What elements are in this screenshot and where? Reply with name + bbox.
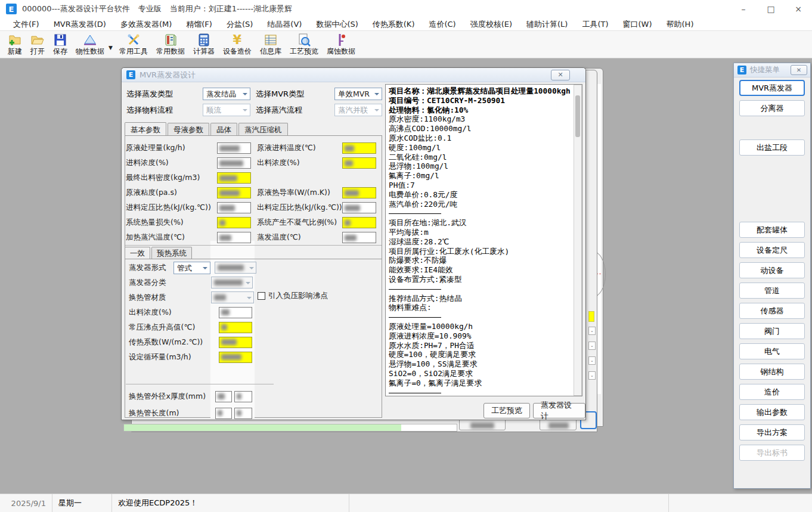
effect-tab[interactable]: 一效 (125, 247, 150, 259)
param-input[interactable] (217, 202, 251, 213)
evaporator-class-select[interactable] (211, 277, 253, 288)
param-input[interactable] (342, 187, 376, 198)
info-line: PH值:7 (389, 181, 581, 190)
circulation-input[interactable] (219, 352, 252, 363)
open-folder-icon (30, 33, 45, 47)
param-input[interactable] (342, 157, 376, 169)
dialog-title-bar[interactable]: E MVR蒸发器设计 ✕ (122, 68, 585, 82)
param-label: 原液处理量(kg/h) (126, 143, 217, 153)
param-input[interactable] (342, 142, 376, 154)
quick-menu-title-bar[interactable]: E 快捷菜单 ✕ (734, 63, 810, 77)
dialog-tab[interactable]: 晶体 (210, 123, 237, 136)
menu-item[interactable]: MVR蒸发器(D) (47, 19, 113, 30)
menu-item[interactable]: 数据中心(S) (309, 19, 365, 30)
effect-tab[interactable]: 预热系统 (151, 247, 192, 259)
equipment-cost-button[interactable]: ¥ 设备造价 (219, 32, 256, 58)
param-input[interactable] (217, 157, 251, 169)
evaporator-subform-select[interactable] (215, 262, 256, 274)
menu-item[interactable]: 文件(F) (6, 19, 47, 30)
param-input[interactable] (342, 232, 376, 243)
quick-menu-button[interactable]: 出盐工段 (739, 139, 805, 156)
quick-menu-button[interactable]: 动设备 (739, 262, 805, 278)
common-tools-button[interactable]: 常用工具 (115, 32, 152, 58)
dialog-tab[interactable]: 基本参数 (125, 122, 166, 136)
common-data-button[interactable]: 常用数据 (152, 32, 189, 58)
param-input[interactable] (342, 217, 376, 228)
evaporator-design-button[interactable]: 蒸发器设计 (533, 403, 585, 418)
save-button[interactable]: 保存 (49, 32, 72, 58)
mvr-type-select[interactable]: 单效MVR (334, 88, 382, 100)
toolbar-label: 工艺预览 (290, 47, 318, 56)
menu-item[interactable]: 辅助计算(L) (519, 19, 575, 30)
htc-input[interactable] (219, 337, 252, 348)
param-row: 进料定压比热(kJ/(kg.℃)) (126, 200, 251, 215)
dialog-tab[interactable]: 蒸汽压缩机 (238, 123, 288, 136)
tube-length-input-2[interactable] (234, 408, 252, 419)
info-line (389, 312, 581, 322)
info-line: 悬浮物=100，SS满足要求 (389, 359, 581, 369)
info-line: 原水COD盐比:0.1 (389, 134, 581, 143)
quick-menu-button[interactable]: 传感器 (739, 303, 805, 319)
corrosion-data-button[interactable]: 腐蚀数据 (323, 32, 359, 58)
menu-item[interactable]: 精馏(F) (179, 19, 219, 30)
checkbox-icon[interactable] (258, 292, 265, 300)
quick-menu-button[interactable]: 造价 (739, 384, 805, 400)
menu-item[interactable]: 传热系数(K) (365, 19, 422, 30)
calculator-button[interactable]: 计算器 (189, 32, 219, 58)
quick-menu-button[interactable]: 电气 (739, 343, 805, 359)
param-input[interactable] (342, 202, 376, 213)
quick-menu-button[interactable]: 分离器 (739, 100, 805, 116)
outlet-conc-input[interactable] (219, 307, 252, 318)
project-info-panel[interactable]: 项目名称：湖北康景辉蒸发结晶项目处理量10000kgh项目编号：CET10CRY… (385, 84, 582, 396)
tube-length-input-1[interactable] (215, 408, 232, 419)
param-input[interactable] (217, 187, 251, 198)
property-data-dropdown-icon[interactable]: ▼ (109, 45, 113, 51)
info-library-button[interactable]: 信息库 (256, 32, 286, 58)
material-flow-select[interactable]: 顺流 (203, 104, 250, 116)
quick-menu-button[interactable]: 设备定尺 (739, 242, 805, 258)
property-data-button[interactable]: 物性数据 (72, 32, 109, 58)
quick-menu-button[interactable]: MVR蒸发器 (739, 80, 805, 96)
param-label: 进料定压比热(kJ/(kg.℃)) (126, 203, 217, 213)
quick-menu-button[interactable]: 导出标书 (739, 445, 805, 461)
param-input[interactable] (217, 232, 251, 243)
scrollbar-thumb[interactable] (575, 95, 580, 137)
quick-menu-close-button[interactable]: ✕ (791, 65, 807, 75)
quick-menu-button[interactable]: 输出参数 (739, 404, 805, 420)
open-button[interactable]: 打开 (26, 32, 49, 58)
toolbar-label: 信息库 (260, 47, 281, 56)
dialog-tab[interactable]: 母液参数 (168, 123, 209, 136)
param-input[interactable] (217, 172, 251, 184)
info-scrollbar[interactable] (574, 85, 582, 396)
process-preview-button[interactable]: 工艺预览 (286, 32, 323, 58)
menu-item[interactable]: 造价(C) (422, 19, 463, 30)
bpe-input[interactable] (219, 322, 252, 333)
quick-menu-button[interactable]: 阀门 (739, 323, 805, 339)
param-input[interactable] (217, 142, 251, 154)
new-button[interactable]: 新建 (4, 32, 26, 58)
quick-menu-button[interactable]: 钢结构 (739, 364, 805, 380)
quick-menu-button[interactable]: 导出方案 (739, 424, 805, 440)
param-input[interactable] (217, 217, 251, 228)
minimize-button[interactable]: – (730, 4, 757, 14)
evaporator-form-select[interactable]: 管式 (173, 262, 210, 274)
menu-item[interactable]: 多效蒸发器(M) (113, 19, 179, 30)
process-preview-dialog-button[interactable]: 工艺预览 (484, 403, 530, 418)
menu-item[interactable]: 窗口(W) (616, 19, 659, 30)
quick-menu-button[interactable]: 管道 (739, 283, 805, 299)
menu-item[interactable]: 结晶器(V) (260, 19, 309, 30)
menu-item[interactable]: 帮助(H) (659, 19, 701, 30)
tube-od-input-2[interactable] (234, 391, 252, 402)
mvr-design-dialog: E MVR蒸发器设计 ✕ 选择蒸发类型 蒸发结晶 选择MVR类型 单效MVR 选… (121, 67, 586, 420)
menu-item[interactable]: 工具(T) (575, 19, 615, 30)
tube-od-input-1[interactable] (215, 391, 232, 402)
dialog-close-button[interactable]: ✕ (551, 70, 570, 80)
steam-flow-select[interactable]: 蒸汽并联 (334, 104, 382, 116)
maximize-button[interactable]: □ (757, 4, 785, 14)
menu-item[interactable]: 强度校核(E) (463, 19, 519, 30)
quick-menu-button[interactable]: 配套罐体 (739, 222, 805, 238)
tube-material-select[interactable] (211, 291, 254, 303)
evap-type-select[interactable]: 蒸发结晶 (203, 88, 250, 100)
close-button[interactable]: × (785, 4, 812, 14)
menu-item[interactable]: 分盐(S) (219, 19, 260, 30)
